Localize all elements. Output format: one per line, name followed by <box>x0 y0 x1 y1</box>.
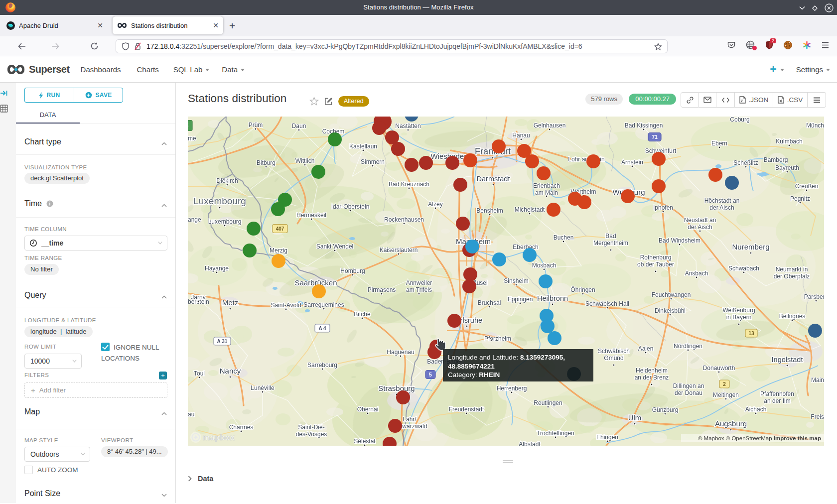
svg-text:Daun: Daun <box>292 123 306 129</box>
svg-text:Bamberg: Bamberg <box>764 156 788 163</box>
svg-text:Michelstadt: Michelstadt <box>515 206 545 213</box>
svg-text:Kastellaun: Kastellaun <box>349 143 377 150</box>
svg-text:Simmern: Simmern <box>361 158 385 165</box>
svg-text:Rockenhausen: Rockenhausen <box>384 216 424 223</box>
svg-text:Iphofen: Iphofen <box>653 204 673 211</box>
svg-text:Nuremberg: Nuremberg <box>732 243 769 251</box>
svg-text:Obernai: Obernai <box>357 406 379 413</box>
svg-text:Heidenheim: Heidenheim <box>636 367 668 374</box>
svg-text:Creußen: Creußen <box>795 183 819 190</box>
svg-text:Gelnhausen: Gelnhausen <box>534 122 566 129</box>
svg-text:Neumarkt in: Neumarkt in <box>776 266 808 273</box>
svg-text:Ingolstadt: Ingolstadt <box>772 356 803 364</box>
svg-text:Coburg: Coburg <box>730 117 749 123</box>
svg-text:Weißenburg: Weißenburg <box>722 307 755 314</box>
svg-text:Sarrebourg: Sarrebourg <box>307 362 337 369</box>
svg-text:Sarreguemines: Sarreguemines <box>303 301 344 308</box>
svg-text:Günzburg: Günzburg <box>652 406 679 413</box>
svg-text:des-Vosges: des-Vosges <box>296 431 327 438</box>
svg-text:Feuchtwangen: Feuchtwangen <box>652 291 691 298</box>
svg-text:Bad Windsheim: Bad Windsheim <box>659 237 700 244</box>
svg-text:Sélestat: Sélestat <box>354 438 376 445</box>
svg-text:Herrenberg: Herrenberg <box>497 385 527 392</box>
svg-text:Luxembourg: Luxembourg <box>208 218 242 225</box>
svg-text:5: 5 <box>429 372 432 378</box>
svg-text:71: 71 <box>652 134 658 140</box>
svg-text:Bruchsal: Bruchsal <box>478 299 501 306</box>
svg-text:Sinsheim: Sinsheim <box>504 277 528 284</box>
svg-text:der Aisch: der Aisch <box>709 204 734 211</box>
svg-text:Idar-Oberstein: Idar-Oberstein <box>331 203 370 210</box>
svg-text:Bad Kreuznach: Bad Kreuznach <box>389 181 429 188</box>
svg-text:ob der Tauber: ob der Tauber <box>637 261 674 268</box>
svg-text:Kaiserslautern: Kaiserslautern <box>380 247 418 253</box>
svg-text:me: me <box>188 135 196 142</box>
svg-text:Bayreuth: Bayreuth <box>775 164 799 171</box>
svg-text:13: 13 <box>748 331 754 336</box>
svg-text:Bitburg: Bitburg <box>257 159 276 166</box>
svg-text:Annweiler: Annweiler <box>406 279 432 286</box>
svg-text:Buchen: Buchen <box>554 234 574 241</box>
svg-text:Bensheim: Bensheim <box>476 207 503 214</box>
svg-text:Aichach: Aichach <box>745 406 767 413</box>
svg-text:2: 2 <box>723 381 726 387</box>
svg-text:Trochtelfingen: Trochtelfingen <box>537 430 574 437</box>
svg-text:Haguenau: Haguenau <box>387 349 414 356</box>
svg-text:Mergentheim: Mergentheim <box>593 240 628 247</box>
svg-text:Bitche: Bitche <box>354 311 371 318</box>
svg-text:407: 407 <box>276 226 284 232</box>
svg-text:Albstadt: Albstadt <box>519 441 541 446</box>
svg-text:A 4: A 4 <box>318 326 326 331</box>
svg-text:Scheßlitz: Scheßlitz <box>733 159 758 166</box>
svg-text:am Trifels: am Trifels <box>406 286 432 293</box>
svg-text:der Donau: der Donau <box>675 389 702 396</box>
svg-text:Eppingen: Eppingen <box>508 296 533 303</box>
svg-text:Darmstadt: Darmstadt <box>477 175 510 183</box>
svg-text:in Bayern: in Bayern <box>726 314 752 321</box>
svg-text:Freudenstadt: Freudenstadt <box>449 406 484 413</box>
svg-text:an der Brenz: an der Brenz <box>635 374 669 381</box>
svg-text:Ulm: Ulm <box>628 413 642 422</box>
svg-text:Reutlingen: Reutlingen <box>534 399 562 406</box>
svg-text:Erlenbach: Erlenbach <box>533 182 560 189</box>
svg-text:Lunéville: Lunéville <box>251 384 275 391</box>
svg-text:Ansbach: Ansbach <box>685 270 708 277</box>
svg-text:an der Ilm: an der Ilm <box>764 397 790 404</box>
svg-text:Dillingen an: Dillingen an <box>673 382 704 389</box>
svg-text:Aalen: Aalen <box>638 345 654 352</box>
svg-text:Bad Kissingen: Bad Kissingen <box>625 122 663 129</box>
svg-text:Gmünd: Gmünd <box>604 355 623 362</box>
svg-text:Prüm: Prüm <box>249 122 263 128</box>
svg-text:Diekirch: Diekirch <box>216 177 238 184</box>
svg-text:Hayange: Hayange <box>205 265 229 272</box>
svg-text:Parsberg: Parsberg <box>804 293 824 300</box>
svg-text:Main: Main <box>811 377 824 383</box>
svg-text:Sankt Wendel: Sankt Wendel <box>316 243 354 250</box>
svg-text:Nördlingen: Nördlingen <box>674 343 702 350</box>
svg-text:Merzig: Merzig <box>270 247 287 254</box>
svg-text:Metz: Metz <box>222 298 239 307</box>
svg-text:Strasbourg: Strasbourg <box>378 384 415 392</box>
svg-text:Wittlich: Wittlich <box>295 157 315 164</box>
svg-text:Pirmasens: Pirmasens <box>368 286 396 293</box>
svg-text:Alzey: Alzey <box>428 201 442 208</box>
svg-text:Kulmbach: Kulmbach <box>776 138 802 145</box>
svg-text:Lahr/: Lahr/ <box>403 416 417 423</box>
svg-text:Augsburg: Augsburg <box>715 419 747 428</box>
svg-text:Freis: Freis <box>811 413 824 420</box>
svg-text:Pegnitz: Pegnitz <box>790 195 810 202</box>
svg-text:Donauwörth: Donauwörth <box>703 365 735 372</box>
svg-text:Heilbronn: Heilbronn <box>537 294 568 302</box>
svg-text:Luxembourg: Luxembourg <box>193 196 246 206</box>
svg-text:Nancy: Nancy <box>220 367 241 375</box>
svg-text:5: 5 <box>188 123 188 128</box>
svg-text:au: au <box>188 411 194 418</box>
svg-text:Öhringen: Öhringen <box>570 286 595 293</box>
svg-text:© Mapbox © OpenStreetMap Impro: © Mapbox © OpenStreetMap Improve this ma… <box>698 435 821 441</box>
svg-text:Bad: Bad <box>605 233 616 240</box>
svg-text:Münch: Münch <box>806 122 824 129</box>
svg-text:Dinkelsbühl: Dinkelsbühl <box>655 307 686 314</box>
svg-text:Beilngries: Beilngries <box>779 313 806 320</box>
svg-text:A 31: A 31 <box>217 339 228 344</box>
svg-text:Saint-Avold: Saint-Avold <box>271 302 301 309</box>
